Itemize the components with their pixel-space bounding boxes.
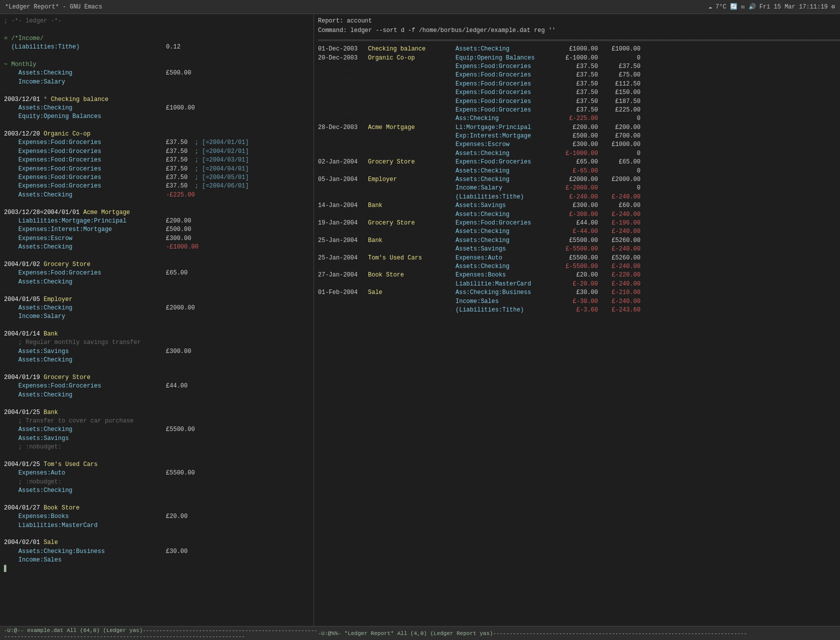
report-row: 25-Jan-2004BankAssets:Checking£5500.00£5…	[318, 236, 836, 245]
left-line: Assets:Checking £2000.00	[4, 304, 310, 312]
left-line: = /*Income/	[4, 34, 310, 43]
left-line	[4, 365, 310, 374]
left-line	[4, 400, 310, 408]
left-line: 2003/12/20 Organic Co-op	[4, 130, 310, 138]
left-line: Assets:Checking -£1000.00	[4, 243, 310, 252]
left-line: Assets:Checking	[4, 486, 310, 495]
left-line: 2004/01/02 Grocery Store	[4, 260, 310, 269]
left-line: Assets:Checking:Business £30.00	[4, 548, 310, 556]
report-row: 27-Jan-2004Book StoreLiabilitie:MasterCa…	[318, 280, 836, 288]
left-line: 2004/02/01 Sale	[4, 538, 310, 547]
left-line: Expenses:Food:Groceries £37.50 ; [=2004/…	[4, 165, 310, 174]
left-line	[4, 530, 310, 538]
report-row: 02-Jan-2004Grocery StoreAssets:Checking£…	[318, 167, 836, 176]
left-line: ; :nobudget:	[4, 478, 310, 486]
right-pane[interactable]: Report: accountCommand: ledger --sort d …	[314, 14, 840, 626]
report-row: 20-Dec-2003Organic Co-opExpens:Food:Groc…	[318, 88, 836, 97]
left-line: ; :nobudget:	[4, 443, 310, 452]
left-line: Assets:Checking £1000.00	[4, 104, 310, 112]
left-line: Expenses:Food:Groceries £44.00	[4, 382, 310, 390]
left-line: Assets:Checking	[4, 356, 310, 364]
report-row: 20-Dec-2003Organic Co-opExpens:Food:Groc…	[318, 80, 836, 88]
report-row: 27-Jan-2004Book StoreExpenses:Books£20.0…	[318, 271, 836, 280]
report-row: 14-Jan-2004BankAssets:Savings£300.00£60.…	[318, 202, 836, 210]
left-line: (Liabilities:Tithe) 0.12	[4, 43, 310, 52]
left-line: 2004/01/25 Tom's Used Cars	[4, 460, 310, 469]
left-line: Equity:Opening Balances	[4, 112, 310, 121]
left-line: Expenses:Auto £5500.00	[4, 469, 310, 478]
left-line: Liabilities:MasterCard	[4, 522, 310, 530]
window-title: *Ledger Report* - GNU Emacs	[5, 4, 102, 10]
report-row: 28-Dec-2003Acme MortgageExpenses:Escrow£…	[318, 140, 836, 149]
right-line: ════════════════════════════════════════…	[318, 36, 836, 45]
left-line: ; Regular monthly savings transfer	[4, 338, 310, 347]
left-line: Expenses:Food:Groceries £37.50 ; [=2004/…	[4, 182, 310, 190]
left-content: ; -*- ledger -*- = /*Income/ (Liabilitie…	[4, 16, 310, 574]
left-line	[4, 286, 310, 295]
left-line: Expenses:Escrow £300.00	[4, 234, 310, 243]
left-line: Assets:Savings	[4, 434, 310, 443]
left-line: Expenses:Food:Groceries £37.50 ; [=2004/…	[4, 174, 310, 182]
left-line: Income:Salary	[4, 312, 310, 321]
left-line: Assets:Savings £300.00	[4, 348, 310, 356]
left-line: Expenses:Food:Groceries £37.50 ; [=2004/…	[4, 156, 310, 164]
left-line: 2003/12/28=2004/01/01 Acme Mortgage	[4, 208, 310, 217]
report-row: 05-Jan-2004EmployerAssets:Checking£2000.…	[318, 176, 836, 184]
report-row: 20-Dec-2003Organic Co-opExpens:Food:Groc…	[318, 71, 836, 80]
left-line: Income:Salary	[4, 78, 310, 86]
left-line: ▋	[4, 565, 310, 574]
report-row: 19-Jan-2004Grocery StoreExpens:Food:Groc…	[318, 219, 836, 228]
left-line: ~ Monthly	[4, 60, 310, 69]
left-line: Expenses:Books £20.00	[4, 512, 310, 521]
report-row: 01-Feb-2004Sale(Liabilities:Tithe)£-3.60…	[318, 306, 836, 314]
report-row: 02-Jan-2004Grocery StoreExpens:Food:Groc…	[318, 158, 836, 166]
left-line: Expenses:Food:Groceries £65.00	[4, 269, 310, 278]
left-line: Assets:Checking £500.00	[4, 69, 310, 78]
report-row: 28-Dec-2003Acme MortgageLi:Mortgage:Prin…	[318, 124, 836, 132]
report-row: 01-Feb-2004SaleIncome:Sales£-30.00£-240.…	[318, 298, 836, 306]
report-row: 05-Jan-2004Employer(Liabilities:Tithe)£-…	[318, 193, 836, 202]
report-row: 28-Dec-2003Acme MortgageExp:Interest:Mor…	[318, 132, 836, 140]
left-line: 2004/01/25 Bank	[4, 408, 310, 417]
report-row: 28-Dec-2003Acme MortgageAssets:Checking£…	[318, 150, 836, 158]
left-line: Assets:Checking	[4, 278, 310, 286]
left-line: Expenses:Interest:Mortgage £500.00	[4, 226, 310, 234]
left-line	[4, 495, 310, 504]
left-line: Assets:Checking £5500.00	[4, 426, 310, 434]
report-row: 01-Feb-2004SaleAss:Checking:Business£30.…	[318, 288, 836, 297]
report-row: 19-Jan-2004Grocery StoreAssets:Checking£…	[318, 228, 836, 236]
left-line: ; Transfer to cover car purchase	[4, 417, 310, 426]
report-row: 20-Dec-2003Organic Co-opAss:Checking£-22…	[318, 114, 836, 123]
left-pane[interactable]: ; -*- ledger -*- = /*Income/ (Liabilitie…	[0, 14, 314, 626]
left-line	[4, 86, 310, 95]
report-row: 20-Dec-2003Organic Co-opExpens:Food:Groc…	[318, 98, 836, 106]
left-line: Income:Sales	[4, 556, 310, 564]
left-line: ; -*- ledger -*-	[4, 17, 310, 26]
report-row: 25-Jan-2004Tom's Used CarsExpenses:Auto£…	[318, 254, 836, 262]
main-area: ; -*- ledger -*- = /*Income/ (Liabilitie…	[0, 14, 840, 626]
status-right: -U:@%%- *Ledger Report* All (4,0) (Ledge…	[318, 630, 836, 636]
left-line: Expenses:Food:Groceries £37.50 ; [=2004/…	[4, 138, 310, 147]
left-line: 2004/01/19 Grocery Store	[4, 374, 310, 382]
left-line	[4, 26, 310, 34]
right-line: Command: ledger --sort d -f /home/borbus…	[318, 26, 836, 35]
left-line: 2003/12/01 * Checking balance	[4, 96, 310, 104]
report-row: 01-Dec-2003Checking balanceAssets:Checki…	[318, 45, 836, 54]
report-row: 25-Jan-2004Tom's Used CarsAssets:Checkin…	[318, 262, 836, 271]
right-line: Report: account	[318, 17, 836, 26]
status-bar: -U:@-- example.dat All (64,0) (Ledger ya…	[0, 626, 840, 640]
left-line: Liabilities:Mortgage:Principal £200.00	[4, 217, 310, 226]
left-line: Assets:Checking	[4, 391, 310, 400]
left-line: 2004/01/27 Book Store	[4, 504, 310, 512]
left-line	[4, 122, 310, 130]
left-line: 2004/01/05 Employer	[4, 296, 310, 304]
left-line: Expenses:Food:Groceries £37.50 ; [=2004/…	[4, 148, 310, 156]
report-row: 05-Jan-2004EmployerIncome:Salary£-2000.0…	[318, 184, 836, 192]
right-content: Report: accountCommand: ledger --sort d …	[318, 16, 836, 314]
report-row: 20-Dec-2003Organic Co-opEquip:Opening Ba…	[318, 54, 836, 62]
left-line	[4, 322, 310, 330]
left-line	[4, 52, 310, 60]
left-line	[4, 200, 310, 208]
system-info: ☁ 7°C 🔄 ✉ 🔊 Fri 15 Mar 17:11:19 ⚙	[708, 3, 835, 10]
report-row: 20-Dec-2003Organic Co-opExpens:Food:Groc…	[318, 106, 836, 114]
